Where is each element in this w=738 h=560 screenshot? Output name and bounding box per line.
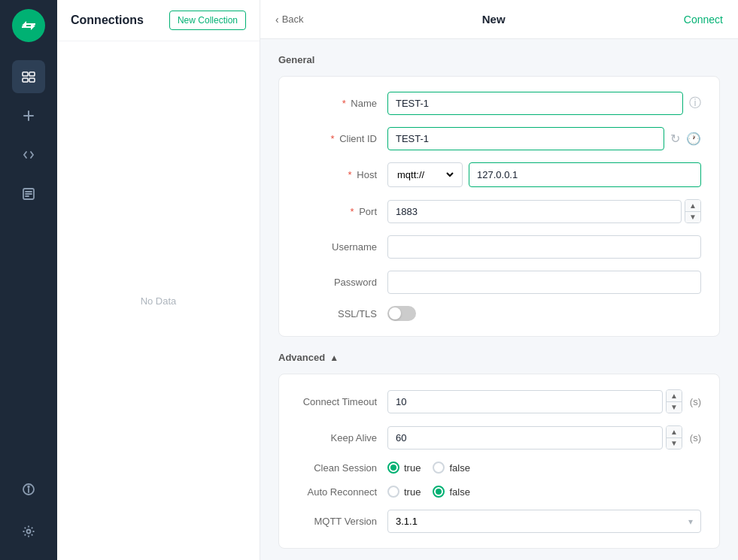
keep-alive-decrement-button[interactable]: ▼	[667, 438, 682, 450]
ssl-toggle-container	[387, 306, 416, 321]
keep-alive-input[interactable]	[387, 426, 663, 450]
password-row: Password	[297, 271, 701, 294]
name-row: * Name ⓘ	[297, 92, 701, 115]
keep-alive-input-group: ▲ ▼ (s)	[387, 425, 701, 450]
client-id-history-icon[interactable]: 🕐	[686, 132, 701, 146]
keep-alive-unit: (s)	[690, 432, 701, 443]
required-star-port: *	[350, 206, 354, 217]
username-input[interactable]	[387, 235, 701, 259]
mqtt-version-select[interactable]: 3.1.1 5.0 3.1 ▾	[387, 510, 701, 533]
auto-reconnect-false-label: false	[449, 486, 469, 498]
sidebar-item-settings[interactable]	[12, 515, 45, 548]
password-label: Password	[297, 277, 387, 288]
required-star-host: *	[348, 169, 352, 180]
auto-reconnect-false-radio[interactable]	[433, 486, 445, 498]
mqtt-version-label: MQTT Version	[297, 516, 387, 527]
keep-alive-increment-button[interactable]: ▲	[667, 426, 682, 438]
clean-session-false-radio[interactable]	[433, 462, 445, 474]
auto-reconnect-true-option[interactable]: true	[387, 486, 421, 498]
client-id-row: * Client ID ↻ 🕐	[297, 127, 701, 150]
clean-session-true-option[interactable]: true	[387, 462, 421, 474]
port-input[interactable]	[387, 200, 682, 223]
advanced-form-card: Connect Timeout ▲ ▼ (s) Keep Alive ▲	[278, 374, 720, 549]
ssl-toggle-knob	[389, 307, 401, 319]
required-star-name: *	[342, 98, 346, 109]
host-row: * Host mqtt:// mqtts:// ws:// wss://	[297, 162, 701, 187]
sidebar-item-logs[interactable]	[12, 177, 45, 210]
auto-reconnect-label: Auto Reconnect	[297, 486, 387, 498]
sidebar-item-add[interactable]	[12, 99, 45, 132]
protocol-dropdown[interactable]: mqtt:// mqtts:// ws:// wss://	[394, 168, 456, 181]
port-row: * Port ▲ ▼	[297, 199, 701, 223]
client-id-label: * Client ID	[297, 133, 387, 144]
name-input-group: ⓘ	[387, 92, 701, 115]
sidebar-item-scripts[interactable]	[12, 138, 45, 171]
name-input[interactable]	[387, 92, 683, 115]
mqtt-version-dropdown[interactable]: 3.1.1 5.0 3.1	[396, 516, 688, 527]
back-button[interactable]: ‹ Back	[275, 14, 304, 26]
connect-timeout-spinner: ▲ ▼	[666, 389, 682, 413]
name-info-icon[interactable]: ⓘ	[689, 95, 701, 111]
clean-session-row: Clean Session true false	[297, 462, 701, 474]
refresh-icon[interactable]: ↻	[670, 132, 680, 146]
auto-reconnect-true-radio[interactable]	[387, 486, 399, 498]
port-decrement-button[interactable]: ▼	[685, 212, 700, 223]
clean-session-label: Clean Session	[297, 462, 387, 474]
connect-button[interactable]: Connect	[684, 14, 723, 26]
required-star-client-id: *	[330, 133, 334, 144]
host-input[interactable]	[469, 162, 701, 187]
page-title: New	[304, 13, 684, 26]
username-row: Username	[297, 235, 701, 259]
ssl-label: SSL/TLS	[297, 308, 387, 319]
advanced-section-title: Advanced	[278, 352, 325, 363]
ssl-toggle[interactable]	[387, 306, 416, 321]
svg-rect-2	[23, 78, 28, 82]
advanced-section-header: Advanced ▲	[278, 352, 720, 363]
no-data-message: No Data	[57, 41, 260, 560]
advanced-collapse-icon[interactable]: ▲	[330, 353, 339, 363]
password-input[interactable]	[387, 271, 701, 294]
ssl-row: SSL/TLS	[297, 306, 701, 321]
general-section-title: General	[278, 54, 720, 65]
keep-alive-row: Keep Alive ▲ ▼ (s)	[297, 425, 701, 450]
sidebar-item-about[interactable]	[12, 473, 45, 506]
host-input-group: mqtt:// mqtts:// ws:// wss://	[387, 162, 701, 187]
svg-rect-1	[29, 72, 35, 76]
connect-timeout-increment-button[interactable]: ▲	[667, 390, 682, 402]
client-id-input-group: ↻ 🕐	[387, 127, 701, 150]
svg-rect-0	[23, 72, 28, 76]
sidebar-item-connections[interactable]	[12, 60, 45, 93]
connections-title: Connections	[71, 14, 144, 27]
port-spinner: ▲ ▼	[685, 199, 701, 223]
clean-session-false-label: false	[449, 462, 469, 474]
port-increment-button[interactable]: ▲	[685, 200, 700, 212]
connect-timeout-decrement-button[interactable]: ▼	[667, 402, 682, 413]
username-label: Username	[297, 241, 387, 253]
clean-session-false-option[interactable]: false	[433, 462, 469, 474]
main-header: ‹ Back New Connect	[260, 0, 738, 39]
clean-session-true-radio[interactable]	[387, 462, 399, 474]
clean-session-true-label: true	[404, 462, 421, 474]
connect-timeout-input[interactable]	[387, 390, 663, 413]
connect-timeout-label: Connect Timeout	[297, 396, 387, 407]
keep-alive-label: Keep Alive	[297, 432, 387, 443]
sidebar	[0, 0, 57, 560]
client-id-input[interactable]	[387, 127, 664, 150]
mqtt-version-row: MQTT Version 3.1.1 5.0 3.1 ▾	[297, 510, 701, 533]
auto-reconnect-radio-group: true false	[387, 486, 701, 498]
chevron-left-icon: ‹	[275, 14, 279, 26]
protocol-select[interactable]: mqtt:// mqtts:// ws:// wss://	[387, 162, 463, 187]
left-panel: Connections New Collection No Data	[57, 0, 260, 560]
back-label: Back	[282, 14, 304, 25]
app-logo[interactable]	[12, 9, 45, 42]
left-panel-header: Connections New Collection	[57, 0, 260, 41]
clean-session-radio-group: true false	[387, 462, 701, 474]
form-area: General * Name ⓘ * Client ID	[260, 39, 738, 560]
auto-reconnect-false-option[interactable]: false	[433, 486, 469, 498]
port-input-group: ▲ ▼	[387, 199, 701, 223]
main-content: ‹ Back New Connect General * Name ⓘ	[260, 0, 738, 560]
host-label: * Host	[297, 169, 387, 180]
new-collection-button[interactable]: New Collection	[169, 11, 246, 30]
connect-timeout-input-group: ▲ ▼ (s)	[387, 389, 701, 413]
auto-reconnect-true-label: true	[404, 486, 421, 498]
